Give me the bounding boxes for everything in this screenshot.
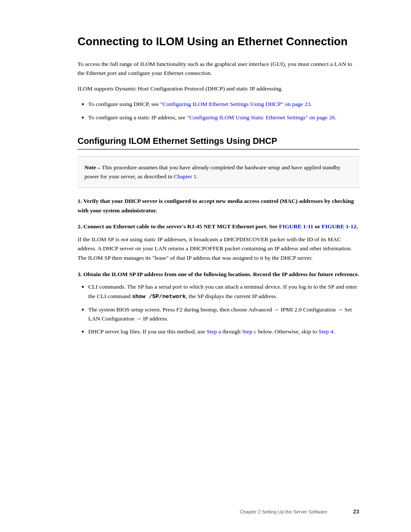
step-2: 2. Connect an Ethernet cable to the serv…	[78, 222, 359, 262]
bullet-item-static: To configure using a static IP address, …	[82, 113, 359, 122]
step-c-link[interactable]: Step c	[242, 328, 256, 335]
intro-para-1: To access the full range of ILOM functio…	[78, 59, 359, 78]
note-label: Note – This procedure assumes that you h…	[84, 164, 340, 180]
step-2-number: 2.	[78, 223, 84, 230]
page-footer: Chapter 2 Setting Up the Server Software…	[240, 508, 359, 515]
sub-bullet-cli-text: CLI commands. The SP has a serial port t…	[88, 282, 359, 301]
steps-list: 1. Verify that your DHCP server is confi…	[78, 196, 359, 336]
subsection-title: Configuring ILOM Ethernet Settings Using…	[78, 135, 359, 146]
sub-bullet-bios: The system BIOS setup screen. Press F2 d…	[82, 305, 359, 324]
figure-1-12-link[interactable]: FIGURE 1-12	[322, 223, 357, 230]
footer-page-number: 23	[353, 508, 359, 515]
step-a-link[interactable]: Step a	[207, 328, 221, 335]
step-2-header: 2. Connect an Ethernet cable to the serv…	[78, 222, 359, 231]
dhcp-link[interactable]: "Configuring ILOM Ethernet Settings Usin…	[160, 101, 311, 107]
intro-bullet-list: To configure using DHCP, see "Configurin…	[82, 100, 359, 122]
static-link[interactable]: "Configuring ILOM Using Static Ethernet …	[187, 114, 335, 121]
sub-bullet-bios-text: The system BIOS setup screen. Press F2 d…	[88, 305, 359, 324]
step-3-subbullets: CLI commands. The SP has a serial port t…	[82, 282, 359, 336]
step-1-number: 1.	[78, 198, 83, 204]
step-3-header: 3. Obtain the ILOM SP IP address from on…	[78, 270, 359, 279]
figure-1-11-link[interactable]: FIGURE 1-11	[279, 223, 313, 230]
note-box: Note – This procedure assumes that you h…	[78, 156, 359, 188]
subsection-rule	[78, 149, 359, 149]
step-1-header: 1. Verify that your DHCP server is confi…	[78, 196, 359, 215]
sub-bullet-dhcp-log: DHCP server log files. If you use this m…	[82, 327, 359, 336]
bullet-item-dhcp: To configure using DHCP, see "Configurin…	[82, 100, 359, 109]
step-3: 3. Obtain the ILOM SP IP address from on…	[78, 270, 359, 336]
main-title: Connecting to ILOM Using an Ethernet Con…	[78, 34, 359, 49]
subsection-block: Configuring ILOM Ethernet Settings Using…	[78, 135, 359, 149]
bullet-static-text: To configure using a static IP address, …	[88, 113, 336, 122]
intro-para-2: ILOM supports Dynamic Host Configuration…	[78, 84, 359, 93]
bullet-dhcp-text: To configure using DHCP, see "Configurin…	[88, 100, 312, 109]
step-1: 1. Verify that your DHCP server is confi…	[78, 196, 359, 215]
chapter1-link[interactable]: Chapter 1	[174, 173, 196, 180]
step-3-number: 3.	[78, 271, 84, 277]
step-4-link[interactable]: Step 4	[318, 328, 333, 335]
page: Connecting to ILOM Using an Ethernet Con…	[0, 0, 411, 532]
step-2-body: If the ILOM SP is not using static IP ad…	[78, 235, 359, 263]
sub-bullet-cli: CLI commands. The SP has a serial port t…	[82, 282, 359, 301]
sub-bullet-dhcp-log-text: DHCP server log files. If you use this m…	[88, 327, 335, 336]
footer-chapter-text: Chapter 2 Setting Up the Server Software	[240, 509, 327, 514]
